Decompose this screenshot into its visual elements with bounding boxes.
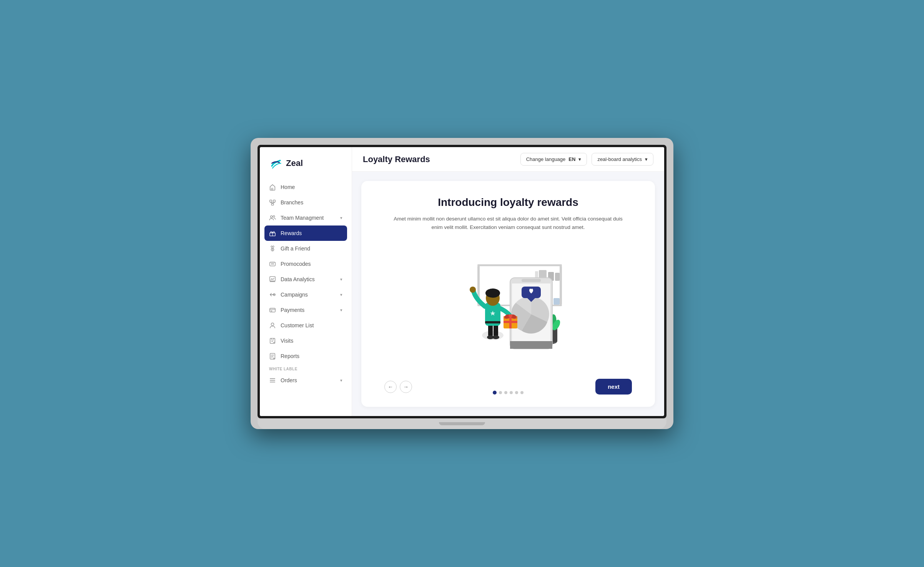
sidebar-item-label: Rewards <box>281 230 302 236</box>
chevron-down-icon: ▾ <box>340 277 342 282</box>
campaigns-icon <box>269 291 276 298</box>
sidebar-item-label: Payments <box>281 307 304 313</box>
carousel-dot-5[interactable] <box>515 391 518 394</box>
sidebar-item-label: Data Analytics <box>281 276 315 282</box>
svg-point-5 <box>273 216 275 217</box>
rewards-icon <box>269 230 276 237</box>
svg-rect-3 <box>271 204 273 206</box>
zeal-logo-icon <box>269 156 283 170</box>
sidebar-item-campaigns[interactable]: Campaigns ▾ <box>260 287 352 302</box>
sidebar-item-label: Campaigns <box>281 292 308 298</box>
sidebar-item-team[interactable]: Team Managment ▾ <box>260 210 352 225</box>
svg-point-50 <box>485 288 500 298</box>
chevron-down-icon: ▾ <box>340 216 342 220</box>
loyalty-illustration <box>447 257 570 356</box>
logo-text: Zeal <box>286 158 303 168</box>
branches-icon <box>269 199 276 206</box>
logo: Zeal <box>260 153 352 179</box>
language-selector[interactable]: Change language EN ▾ <box>520 153 587 166</box>
sidebar-item-rewards[interactable]: Rewards <box>264 225 347 241</box>
content-area: Introducing loyalty rewards Amet minim m… <box>352 172 664 416</box>
carousel-dot-2[interactable] <box>499 391 502 394</box>
svg-rect-36 <box>510 346 552 349</box>
svg-rect-42 <box>488 324 493 337</box>
sidebar-item-label: Visits <box>281 338 293 344</box>
gift-icon <box>269 245 276 252</box>
sidebar-item-label: Reports <box>281 353 299 359</box>
sidebar-item-label: Promocodes <box>281 261 311 267</box>
svg-rect-43 <box>494 324 498 337</box>
orders-icon <box>269 377 276 384</box>
svg-point-59 <box>509 314 512 317</box>
analytics-selector[interactable]: zeal-board analytics ▾ <box>592 153 653 166</box>
main-card: Introducing loyalty rewards Amet minim m… <box>361 181 655 407</box>
svg-rect-18 <box>560 266 562 305</box>
page-title: Loyalty Rewards <box>363 154 520 164</box>
carousel-dots <box>493 391 523 395</box>
lang-value: EN <box>568 156 575 162</box>
sidebar-item-label: Gift a Friend <box>281 245 310 252</box>
carousel-dot-3[interactable] <box>504 391 507 394</box>
sidebar-item-label: Customer List <box>281 322 314 328</box>
card-description: Amet minim mollit non deserunt ullamco e… <box>393 215 623 231</box>
carousel-dot-6[interactable] <box>520 391 523 394</box>
sidebar-item-analytics[interactable]: Data Analytics ▾ <box>260 272 352 287</box>
svg-rect-48 <box>485 321 500 323</box>
sidebar-item-reports[interactable]: Reports <box>260 348 352 364</box>
reports-icon <box>269 353 276 360</box>
svg-rect-0 <box>271 188 273 190</box>
svg-point-45 <box>492 335 499 339</box>
sidebar-nav: Home Branches <box>260 179 352 410</box>
svg-rect-26 <box>553 298 560 305</box>
sidebar-item-customers[interactable]: Customer List <box>260 318 352 333</box>
svg-point-4 <box>271 216 273 218</box>
chevron-down-icon: ▾ <box>340 378 342 383</box>
carousel-dot-4[interactable] <box>510 391 513 394</box>
svg-rect-9 <box>270 277 275 281</box>
topbar-actions: Change language EN ▾ zeal-board analytic… <box>520 153 653 166</box>
analytics-chevron-icon: ▾ <box>645 156 648 162</box>
carousel-arrows: ← → <box>384 381 412 393</box>
analytics-label: zeal-board analytics <box>597 156 642 162</box>
svg-rect-1 <box>270 200 272 202</box>
lang-chevron-icon: ▾ <box>578 156 581 162</box>
team-icon <box>269 214 276 221</box>
next-button[interactable]: next <box>595 379 632 395</box>
svg-rect-56 <box>504 321 517 323</box>
carousel-dot-1[interactable] <box>493 391 497 395</box>
sidebar-item-gift[interactable]: Gift a Friend <box>260 241 352 256</box>
sidebar-item-label: Home <box>281 184 295 190</box>
sidebar-item-visits[interactable]: Visits <box>260 333 352 348</box>
sidebar-item-label: Team Managment <box>281 215 324 221</box>
lang-label: Change language <box>526 156 566 162</box>
topbar: Loyalty Rewards Change language EN ▾ zea… <box>352 147 664 172</box>
customers-icon <box>269 322 276 329</box>
chevron-down-icon: ▾ <box>340 292 342 297</box>
analytics-icon <box>269 276 276 283</box>
svg-rect-2 <box>273 200 275 202</box>
prev-arrow-button[interactable]: ← <box>384 381 397 393</box>
card-heading: Introducing loyalty rewards <box>384 196 632 209</box>
svg-point-13 <box>271 323 274 326</box>
sidebar-item-payments[interactable]: Payments ▾ <box>260 302 352 318</box>
sidebar-item-home[interactable]: Home <box>260 179 352 195</box>
sidebar-item-label: Branches <box>281 199 303 206</box>
home-icon <box>269 184 276 191</box>
promo-icon <box>269 260 276 267</box>
svg-rect-38 <box>522 279 541 282</box>
svg-rect-11 <box>270 308 275 312</box>
sidebar-item-branches[interactable]: Branches <box>260 195 352 210</box>
svg-rect-21 <box>555 273 560 281</box>
visits-icon <box>269 337 276 344</box>
main-content: Loyalty Rewards Change language EN ▾ zea… <box>352 147 664 416</box>
sidebar-item-orders[interactable]: Orders ▾ <box>260 373 352 388</box>
next-arrow-button[interactable]: → <box>400 381 412 393</box>
svg-point-51 <box>470 287 476 293</box>
sidebar-item-label: Orders <box>281 377 297 383</box>
sidebar: Zeal Home <box>260 147 352 416</box>
sidebar-item-promocodes[interactable]: Promocodes <box>260 256 352 272</box>
svg-rect-16 <box>477 264 562 266</box>
chevron-down-icon: ▾ <box>340 308 342 313</box>
white-label-header: WHITE LABLE <box>260 364 352 373</box>
svg-rect-12 <box>271 311 273 312</box>
